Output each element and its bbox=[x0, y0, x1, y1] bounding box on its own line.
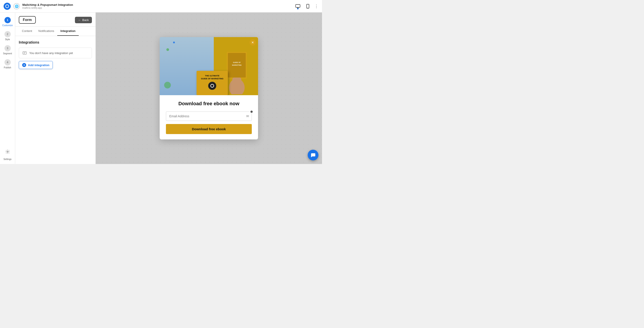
add-integration-label: Add integration bbox=[28, 63, 50, 67]
step-3-circle: 3 bbox=[4, 45, 11, 51]
step-1-customize[interactable]: 1 Customize bbox=[0, 15, 15, 28]
main-content: 1 Customize 2 Style 3 Segment 4 Publish … bbox=[0, 12, 322, 164]
book-title: THE ULTIMATEGUIDE OF MARKETING bbox=[199, 74, 225, 80]
popup-heading: Download free ebook now bbox=[166, 100, 252, 107]
integration-empty-state: You don't have any integration yet bbox=[19, 48, 92, 58]
settings-dot-indicator bbox=[250, 110, 253, 113]
more-options-icon[interactable]: ⋮ bbox=[314, 4, 318, 9]
email-input[interactable] bbox=[166, 111, 252, 121]
step-2-label: Style bbox=[5, 38, 10, 41]
download-button-label: Download free ebook bbox=[192, 127, 226, 131]
book-cover: THE ULTIMATEGUIDE OF MARKETING bbox=[196, 71, 228, 95]
mobile-device-icon[interactable] bbox=[304, 3, 311, 9]
email-icon: ✉ bbox=[246, 114, 249, 118]
step-3-segment[interactable]: 3 Segment bbox=[0, 43, 15, 56]
empty-state-icon bbox=[22, 50, 27, 55]
email-input-row: ✉ bbox=[166, 111, 252, 121]
topbar-subtitle: trialfirst.netlify.app bbox=[22, 6, 292, 9]
step-4-publish[interactable]: 4 Publish bbox=[0, 57, 15, 71]
popup-card: ✕ THE ULTIMATEGUIDE OF MARKETING bbox=[160, 37, 258, 139]
topbar: 🌐 Mailchimp & Popupsmart Integration tri… bbox=[0, 0, 322, 12]
tab-content[interactable]: Content bbox=[19, 26, 35, 36]
back-button-label: Back bbox=[82, 18, 89, 22]
book-logo bbox=[208, 82, 216, 90]
topbar-actions: ⋮ bbox=[295, 3, 318, 9]
step-2-circle: 2 bbox=[4, 31, 11, 37]
step-4-circle: 4 bbox=[4, 59, 11, 65]
popup-image-area: ✕ THE ULTIMATEGUIDE OF MARKETING bbox=[160, 37, 258, 95]
panel-tabs: Content Notifications Integration bbox=[15, 26, 96, 36]
step-3-label: Segment bbox=[3, 52, 12, 55]
svg-rect-1 bbox=[296, 4, 300, 7]
step-4-label: Publish bbox=[4, 66, 11, 69]
panel-header: Form ← Back bbox=[15, 12, 96, 26]
svg-rect-7 bbox=[23, 52, 26, 54]
empty-state-message: You don't have any integration yet bbox=[29, 51, 73, 55]
svg-point-0 bbox=[6, 5, 9, 8]
globe-icon: 🌐 bbox=[14, 3, 20, 9]
deco-dot-3 bbox=[164, 82, 171, 88]
popup-close-button[interactable]: ✕ bbox=[250, 39, 256, 45]
panel-body: Integrations You don't have any integrat… bbox=[15, 36, 96, 164]
integrations-title: Integrations bbox=[19, 40, 92, 44]
preview-area: ✕ THE ULTIMATEGUIDE OF MARKETING bbox=[96, 12, 322, 164]
popup-body: Download free ebook now ✉ Download free … bbox=[160, 95, 258, 139]
settings-button[interactable] bbox=[3, 147, 12, 156]
svg-text:GUIDE OF: GUIDE OF bbox=[233, 62, 241, 63]
tab-integration[interactable]: Integration bbox=[57, 26, 78, 36]
add-integration-button[interactable]: + Add integration bbox=[19, 61, 53, 69]
download-button[interactable]: Download free ebook bbox=[166, 124, 252, 134]
svg-text:MARKETING: MARKETING bbox=[232, 64, 242, 66]
panel-title: Form bbox=[19, 16, 36, 24]
app-logo bbox=[4, 3, 11, 10]
step-sidebar: 1 Customize 2 Style 3 Segment 4 Publish … bbox=[0, 12, 15, 164]
svg-point-5 bbox=[308, 7, 308, 8]
svg-rect-14 bbox=[232, 77, 241, 90]
svg-point-6 bbox=[7, 151, 8, 152]
topbar-title-group: Mailchimp & Popupsmart Integration trial… bbox=[22, 3, 292, 9]
back-button[interactable]: ← Back bbox=[75, 17, 92, 23]
svg-point-8 bbox=[211, 84, 214, 87]
tab-notifications[interactable]: Notifications bbox=[35, 26, 58, 36]
add-icon: + bbox=[22, 63, 26, 67]
step-1-label: Customize bbox=[2, 24, 13, 26]
step-2-style[interactable]: 2 Style bbox=[0, 29, 15, 42]
desktop-device-icon[interactable] bbox=[295, 3, 301, 9]
topbar-main-title: Mailchimp & Popupsmart Integration bbox=[22, 3, 292, 6]
step-1-circle: 1 bbox=[4, 17, 11, 23]
chat-widget[interactable] bbox=[308, 150, 318, 160]
settings-label: Settings bbox=[3, 158, 12, 160]
sidebar-bottom: Settings bbox=[3, 147, 12, 164]
back-arrow-icon: ← bbox=[78, 18, 81, 22]
form-panel: Form ← Back Content Notifications Integr… bbox=[15, 12, 96, 164]
